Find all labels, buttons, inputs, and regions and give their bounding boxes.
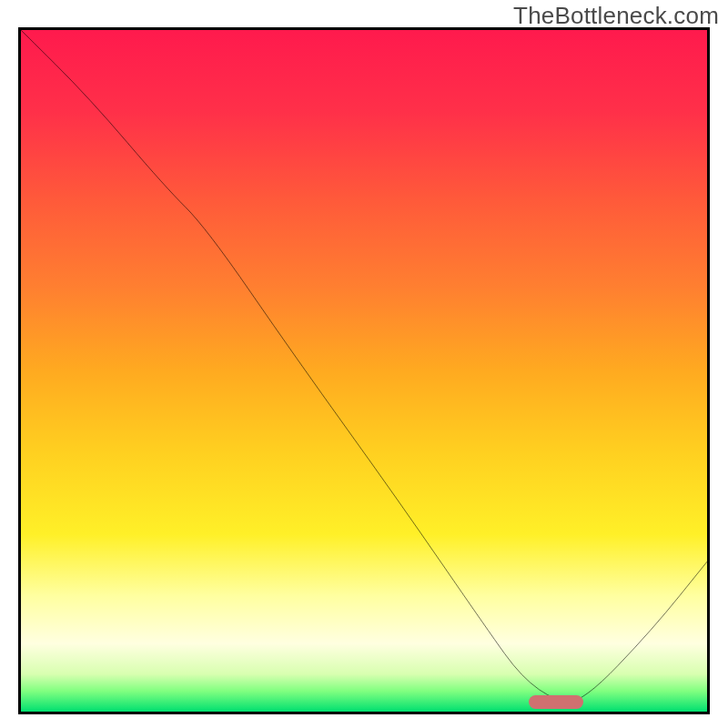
optimal-range-marker — [529, 695, 583, 709]
watermark-text: TheBottleneck.com — [513, 2, 719, 30]
bottleneck-curve — [21, 30, 707, 712]
plot-area — [18, 27, 710, 714]
chart-container: TheBottleneck.com — [0, 0, 728, 728]
